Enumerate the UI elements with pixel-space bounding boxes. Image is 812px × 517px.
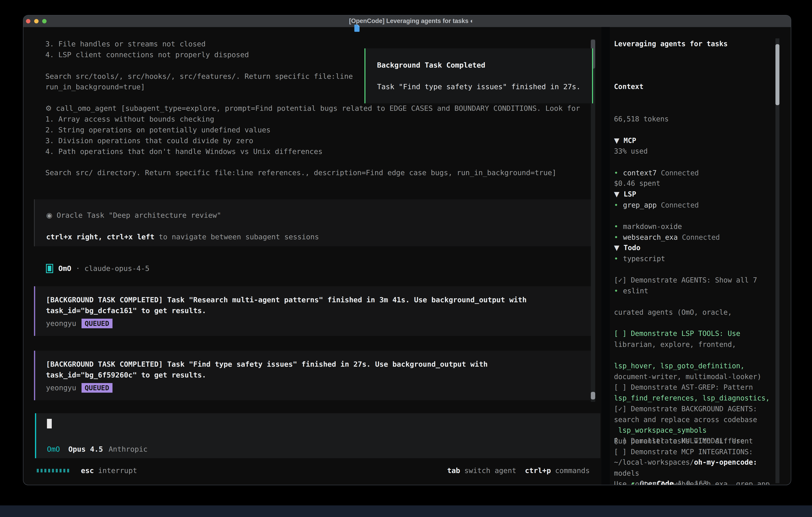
activity-dot (63, 469, 65, 472)
separator-dot: · (76, 263, 80, 274)
log-line: Search src/tools/, src/hooks/, src/featu… (46, 71, 353, 82)
esc-label: interrupt (98, 466, 137, 474)
app-version: 1.0.163 (678, 480, 707, 485)
context-heading: Context (614, 81, 669, 92)
window-title-area: [OpenCode] Leveraging agents for tasks ◐ (340, 17, 474, 25)
toast-body: Task "Find type safety issues" finished … (377, 81, 592, 92)
todo-line-pending: [ ] Demonstrate AST-GREP: Pattern (614, 382, 770, 393)
chevron-down-icon: ▼ (614, 244, 619, 252)
todo-line-done: [✓] Demonstrate AGENTS: Show all 7 (614, 275, 761, 286)
activity-dot (45, 469, 46, 472)
todo-heading: Todo (624, 244, 640, 252)
mcp-section-header[interactable]: ▼MCP (614, 135, 720, 146)
status-badge: QUEUED (82, 383, 113, 393)
agent-header: OmO · claude-opus-4-5 (46, 263, 149, 274)
task-message-line: task_id="bg_6f59260c" to get results. (46, 370, 592, 380)
activity-dot (40, 469, 42, 472)
tab-label: switch agent (464, 466, 516, 474)
agent-name: OmO (58, 263, 71, 274)
minimize-button[interactable] (34, 19, 38, 23)
tool-call-text: call_omo_agent [subagent_type=explore, p… (56, 104, 580, 112)
input-model: Opus 4.5 (68, 444, 103, 455)
lsp-heading: LSP (624, 190, 636, 198)
statusbar-shortcuts: tabswitch agentctrl+pcommands (447, 465, 590, 476)
ctrlp-label: commands (555, 466, 590, 474)
ctrlp-key: ctrl+p (525, 466, 551, 474)
activity-dot (56, 469, 58, 472)
log-line: 1. Array access without bounds checking (46, 114, 214, 125)
workspace-path: ~/local-workspaces/ (614, 458, 694, 466)
activity-dot (37, 469, 39, 472)
text-cursor (47, 419, 52, 429)
statusbar-interrupt-hint: escinterrupt (81, 465, 137, 476)
task-user: yeongyu (46, 382, 76, 393)
shortcut-label: to navigate between subagent sessions (154, 233, 319, 241)
app-name-bold: Code (657, 480, 673, 485)
log-line: 3. Division operations that could divide… (46, 135, 253, 146)
shortcut-keys: ctrl+x right, ctrl+x left (46, 233, 154, 241)
background-task-card: [BACKGROUND TASK COMPLETED] Task "Resear… (34, 286, 592, 336)
tab-key: tab (447, 466, 460, 474)
task-user: yeongyu (46, 318, 76, 329)
log-line: 2. String operations on potentially unde… (46, 125, 270, 135)
activity-dot (52, 469, 54, 472)
task-message-line: task_id="bg_dcfac161" to get results. (46, 305, 592, 316)
chevron-down-icon: ▼ (614, 137, 619, 144)
activity-dot (60, 469, 61, 472)
close-button[interactable] (26, 19, 30, 23)
input-provider: Anthropic (109, 444, 147, 455)
window-titlebar[interactable]: [OpenCode] Leveraging agents for tasks ◐ (23, 16, 791, 27)
background-task-card: [BACKGROUND TASK COMPLETED] Task "Find t… (34, 351, 592, 400)
prompt-input[interactable]: OmO Opus 4.5 Anthropic (35, 413, 601, 458)
document-icon (340, 17, 346, 25)
oracle-title-line: ◉Oracle Task "Deep architecture review" (46, 210, 592, 221)
activity-dots (37, 469, 69, 472)
terminal-window: [OpenCode] Leveraging agents for tasks ◐… (23, 15, 791, 485)
activity-dot (48, 469, 50, 472)
app-name: Open (640, 480, 657, 485)
todo-line-active: [ ] Demonstrate LSP TOOLS: Use (614, 328, 770, 339)
pane-divider (601, 27, 610, 485)
log-line: Search src/ directory. Return specific f… (46, 167, 556, 178)
log-line: 4. LSP client connections not properly d… (46, 49, 249, 60)
agent-icon (46, 264, 53, 273)
esc-key: esc (81, 466, 94, 474)
background-task-toast[interactable]: Background Task Completed Task "Find typ… (365, 48, 593, 103)
gear-icon: ⚙ (46, 104, 52, 112)
input-meta-row: OmO Opus 4.5 Anthropic (47, 444, 148, 455)
record-icon: ◉ (46, 211, 52, 219)
toast-title: Background Task Completed (377, 60, 592, 71)
task-message-line: [BACKGROUND TASK COMPLETED] Task "Find t… (46, 359, 592, 370)
oracle-title: Oracle Task "Deep architecture review" (57, 211, 221, 219)
activity-dot (67, 469, 69, 472)
status-badge: QUEUED (82, 319, 113, 328)
oracle-task-block: ◉Oracle Task "Deep architecture review" … (34, 199, 592, 246)
main-scrollbar-thumb[interactable] (591, 392, 595, 400)
tool-call-line: ⚙call_omo_agent [subagent_type=explore, … (46, 103, 580, 114)
workspace-path-line: ~/local-workspaces/oh-my-opencode: (614, 457, 757, 468)
task-message-line: [BACKGROUND TASK COMPLETED] Task "Resear… (46, 295, 592, 305)
status-dot-icon: • (631, 480, 635, 485)
log-line: 4. Path operations that don't handle Win… (46, 146, 322, 157)
zoom-button[interactable] (42, 19, 47, 23)
lsp-section-header[interactable]: ▼LSP (614, 189, 682, 200)
todo-section-header[interactable]: ▼Todo (614, 243, 761, 253)
log-line: 3. File handles or streams not closed (46, 38, 206, 49)
agent-model: claude-opus-4-5 (85, 263, 149, 274)
desktop-dock-strip (0, 506, 812, 517)
chevron-down-icon: ▼ (614, 190, 619, 198)
sidebar-scrollbar-thumb[interactable] (776, 44, 779, 105)
sidebar-version: •OpenCode1.0.163 (614, 468, 707, 485)
oracle-hint-line: ctrl+x right, ctrl+x left to navigate be… (46, 232, 592, 242)
mcp-heading: MCP (624, 137, 636, 144)
workspace-repo: oh-my-opencode: (694, 458, 757, 466)
window-title: [OpenCode] Leveraging agents for tasks ◐ (349, 18, 474, 25)
sidebar-session-title: Leveraging agents for tasks (614, 38, 728, 49)
input-agent-name: OmO (47, 444, 60, 455)
log-line: run_in_background=true] (46, 82, 145, 92)
